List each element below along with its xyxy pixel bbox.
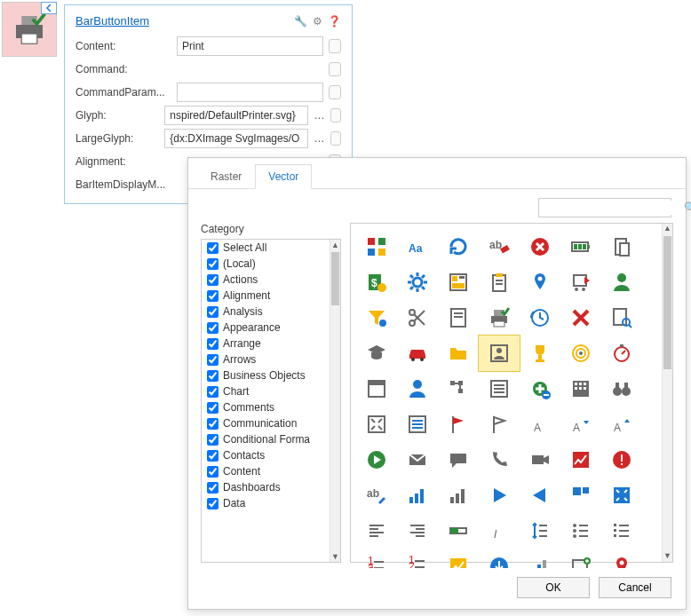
category-item[interactable]: Arrows	[202, 351, 330, 367]
data-marker-icon[interactable]	[330, 131, 341, 146]
shrink-icon[interactable]	[601, 478, 642, 513]
category-checkbox[interactable]	[207, 338, 218, 350]
help-icon[interactable]: ❓	[328, 15, 341, 28]
panel-icon[interactable]	[560, 478, 601, 513]
search-box[interactable]: 🔍	[538, 198, 671, 217]
list-blue-icon[interactable]	[397, 407, 438, 442]
flag-gray-icon[interactable]	[479, 407, 520, 442]
car-icon[interactable]	[397, 336, 438, 371]
erase-text-icon[interactable]: ab	[479, 229, 520, 265]
data-marker-icon[interactable]	[329, 39, 341, 53]
category-checkbox[interactable]	[207, 370, 218, 382]
align-right-icon[interactable]	[397, 513, 438, 549]
folder-icon[interactable]	[438, 336, 479, 371]
play-circle-icon[interactable]	[356, 442, 397, 478]
category-checkbox[interactable]	[207, 498, 218, 509]
a-small-icon[interactable]: A	[560, 407, 601, 442]
gallery-scrollbar[interactable]: ▲ ▼	[662, 224, 672, 562]
gear-icon[interactable]: ⚙	[313, 15, 322, 28]
gear-icon[interactable]	[397, 265, 438, 300]
category-item[interactable]: Business Objects	[202, 367, 330, 383]
binoculars-icon[interactable]	[601, 371, 642, 407]
progress-icon[interactable]	[438, 513, 479, 549]
tab-raster[interactable]: Raster	[197, 164, 255, 189]
category-scrollbar[interactable]: ▲▼	[330, 240, 340, 562]
data-marker-icon[interactable]	[329, 85, 341, 99]
clipboard-icon[interactable]	[479, 265, 520, 300]
category-checkbox[interactable]	[207, 354, 218, 366]
category-checkbox[interactable]	[207, 466, 218, 478]
prop-input[interactable]	[177, 83, 323, 102]
ok-button[interactable]: OK	[517, 577, 590, 598]
ellipsis-button[interactable]: …	[314, 132, 324, 145]
window-icon[interactable]	[356, 371, 397, 407]
history-icon[interactable]	[520, 300, 560, 336]
dollar-shield-icon[interactable]: $	[356, 265, 397, 300]
map-pin-icon[interactable]	[601, 549, 642, 568]
prop-input[interactable]	[177, 36, 323, 56]
category-checkbox[interactable]	[207, 306, 218, 318]
search-input[interactable]	[544, 201, 680, 215]
type-link[interactable]: BarButtonItem	[75, 14, 149, 28]
graduate-icon[interactable]	[356, 336, 397, 371]
category-item[interactable]: Data	[202, 495, 330, 511]
category-checkbox[interactable]	[207, 258, 218, 270]
wrench-icon[interactable]: 🔧	[294, 15, 307, 28]
trophy-icon[interactable]	[520, 336, 560, 371]
line-spacing-icon[interactable]	[520, 513, 560, 549]
alert-icon[interactable]	[601, 442, 642, 478]
chat-icon[interactable]	[438, 442, 479, 478]
add-circle-icon[interactable]	[520, 371, 560, 407]
category-checkbox[interactable]	[207, 482, 218, 494]
prop-input[interactable]	[164, 106, 308, 125]
cut-icon[interactable]	[397, 300, 438, 336]
stopwatch-icon[interactable]	[601, 336, 642, 371]
play-right-icon[interactable]	[479, 478, 520, 513]
chart-box-icon[interactable]	[438, 549, 479, 568]
category-checkbox[interactable]	[207, 322, 218, 334]
bars2-icon[interactable]	[520, 549, 560, 568]
category-checkbox[interactable]	[207, 434, 218, 446]
close-circle-icon[interactable]	[520, 229, 560, 265]
numlist2-icon[interactable]: 123	[397, 549, 438, 568]
user-icon[interactable]	[601, 265, 642, 300]
page-icon[interactable]	[438, 300, 479, 336]
cart-icon[interactable]	[560, 265, 601, 300]
category-item[interactable]: Conditional Forma	[202, 431, 330, 447]
category-item[interactable]: (Local)	[202, 256, 330, 272]
italic-icon[interactable]: I	[479, 513, 520, 549]
filter-icon[interactable]	[356, 300, 397, 336]
category-checkbox[interactable]	[207, 290, 218, 302]
list-icon[interactable]	[479, 371, 520, 407]
ellipsis-button[interactable]: …	[314, 109, 324, 122]
layout-icon[interactable]	[438, 265, 479, 300]
font-icon[interactable]: Aa	[397, 229, 438, 265]
flag-red-icon[interactable]	[438, 407, 479, 442]
mail-icon[interactable]	[397, 442, 438, 478]
expand-icon[interactable]	[356, 407, 397, 442]
category-item[interactable]: Content	[202, 463, 330, 479]
category-checkbox[interactable]	[207, 386, 218, 398]
category-item[interactable]: Communication	[202, 415, 330, 431]
refresh-icon[interactable]	[438, 229, 479, 265]
category-item[interactable]: Dashboards	[202, 479, 330, 495]
prop-input[interactable]	[164, 129, 308, 148]
category-item[interactable]: Appearance	[202, 320, 330, 336]
data-marker-icon[interactable]	[330, 108, 341, 122]
video-icon[interactable]	[520, 442, 560, 478]
tab-vector[interactable]: Vector	[255, 164, 312, 189]
category-item[interactable]: Contacts	[202, 447, 330, 463]
bullets2-icon[interactable]	[601, 513, 642, 549]
bars-gray-icon[interactable]	[438, 478, 479, 513]
x-icon[interactable]	[560, 300, 601, 336]
category-checkbox[interactable]	[207, 402, 218, 414]
category-checkbox[interactable]	[207, 418, 218, 430]
pin-icon[interactable]	[520, 265, 560, 300]
category-item[interactable]: Comments	[202, 399, 330, 415]
target-icon[interactable]	[560, 336, 601, 371]
category-item[interactable]: Actions	[202, 272, 330, 288]
paste-icon[interactable]	[601, 229, 642, 265]
letter-a-icon[interactable]: A	[520, 407, 560, 442]
grid-colors-icon[interactable]	[356, 229, 397, 265]
bars-blue-icon[interactable]	[397, 478, 438, 513]
